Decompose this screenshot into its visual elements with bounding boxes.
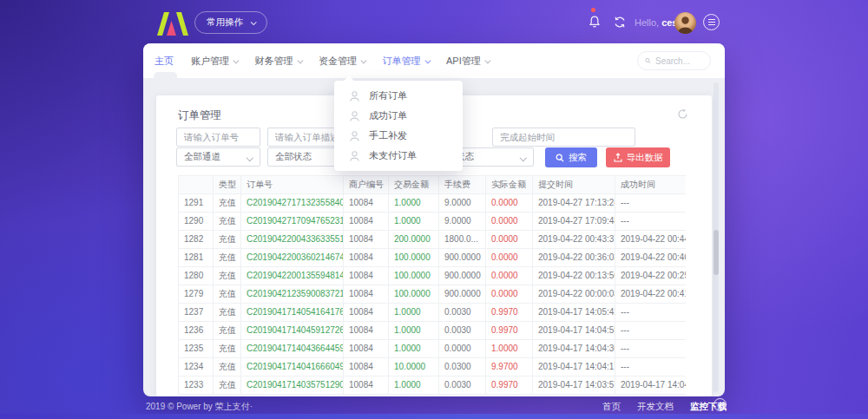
cell-order-number-link[interactable]: C20190427170947652310 [241,213,344,231]
quick-actions-button[interactable]: 常用操作 [194,11,267,34]
cell-order-number-link[interactable]: C20190417140541641763 [241,304,344,322]
nav-item[interactable]: API管理 [446,55,489,68]
cell-order-number-link[interactable]: C20190422004336335519 [241,231,344,249]
cell-amount: 10.0000 [389,358,439,376]
logo-mark-icon [155,11,189,36]
table-row: 1234 充值 C20190417140416660493 10084 10.0… [179,358,687,376]
cell-order-number-link[interactable]: C20190422001355948144 [241,267,344,285]
orders-table: 类型订单号商户编号交易金额手续费实际金额提交时间成功时间 1291 充值 C20… [178,175,686,395]
chevron-down-icon [297,57,302,62]
nav-item-label: 财务管理 [255,55,293,68]
chevron-down-icon [233,57,239,62]
menu-icon[interactable] [703,14,720,30]
column-header: 实际金额 [486,176,533,194]
nav-item[interactable]: 财务管理 [255,55,302,68]
cell-fee: 1800.0... [439,231,486,249]
column-header: 类型 [214,176,241,194]
notification-dot [591,8,595,12]
cell-id: 1237 [179,304,214,322]
cell-merchant: 10084 [344,340,389,358]
order-number-input[interactable] [177,128,260,146]
avatar[interactable] [674,12,696,34]
cell-order-number-link[interactable]: C20190417140416660493 [241,358,344,376]
cell-type: 充值 [214,358,241,376]
search-icon [556,154,564,162]
cell-submit-time: 2019-04-17 14:04:17 [533,358,615,376]
cell-fee: 0.0030 [439,376,486,395]
cell-merchant: 10084 [344,267,389,285]
cell-merchant: 10084 [344,304,389,322]
cell-submit-time: 2019-04-17 14:04:36 [533,340,615,358]
nav-item[interactable]: 账户管理 [191,55,238,68]
cell-success-time: --- [615,213,687,231]
cell-amount: 100.0000 [389,267,439,285]
help-icon[interactable]: ? [713,398,727,411]
cell-order-number-link[interactable]: C20190427171323558404 [241,194,344,213]
app-logo[interactable] [155,11,189,40]
cell-submit-time: 2019-04-22 00:13:56 [533,267,615,285]
cell-order-number-link[interactable]: C20190417140459127268 [241,322,344,340]
cell-id: 1234 [179,358,214,376]
scrollbar-thumb[interactable] [713,230,719,275]
nav-item-label: 订单管理 [383,55,421,68]
chevron-down-icon [361,57,366,62]
cell-amount: 1.0000 [389,340,439,358]
finish-start-time-field [492,128,635,147]
dropdown-item[interactable]: 所有订单 [334,86,463,106]
cell-actual-amount: 0.0000 [486,249,533,267]
copyright-text: 2019 © Power by 荣上支付· [146,401,253,413]
dropdown-item[interactable]: 成功订单 [334,106,463,126]
user-icon [349,90,360,102]
nav-item[interactable]: 资金管理 [319,55,365,68]
order-number-field [176,128,260,147]
table-row: 1237 充值 C20190417140541641763 10084 1.00… [179,304,687,322]
cell-order-number-link[interactable]: C20190417140436644591 [241,340,344,358]
search-icon [645,56,651,65]
table-row: 1291 充值 C20190427171323558404 10084 1.00… [179,194,687,213]
cell-order-number-link[interactable]: C20190421235900837210 [241,285,344,304]
nav-item[interactable]: 订单管理 [383,55,430,68]
channel-select[interactable]: 全部通道 [176,147,260,167]
cell-actual-amount: 0.0000 [486,267,533,285]
cell-success-time: 2019-04-22 00:25:37 [615,267,687,285]
dropdown-item[interactable]: 未支付订单 [334,146,463,166]
cell-merchant: 10084 [344,376,389,395]
footer-link[interactable]: 开发文档 [637,401,674,413]
cell-type: 充值 [214,213,241,231]
cell-fee: 900.0000 [439,249,486,267]
cell-order-number-link[interactable]: C20190422003602146746 [241,249,344,267]
sync-icon[interactable] [613,15,627,33]
column-header: 提交时间 [533,176,615,194]
dropdown-item-label: 未支付订单 [369,149,417,162]
footer-link[interactable]: 首页 [602,401,621,413]
cell-order-number-link[interactable]: C20190417140357512909 [241,376,344,395]
cell-amount: 200.0000 [389,231,439,249]
cell-amount: 100.0000 [389,249,439,267]
column-header: 手续费 [439,176,486,194]
search-input[interactable] [655,56,703,66]
cell-amount: 100.0000 [389,285,439,304]
nav-item[interactable]: 主页 [155,55,174,68]
refresh-icon[interactable] [677,108,688,123]
cell-amount: 1.0000 [389,376,439,395]
search-box[interactable] [637,51,711,70]
dropdown-item[interactable]: 手工补发 [334,126,463,146]
cell-submit-time: 2019-04-17 14:03:57 [533,376,615,395]
cell-type: 充值 [214,285,241,304]
cell-success-time: 2019-04-22 00:44:00 [615,231,687,249]
cell-merchant: 10084 [344,285,389,304]
bell-icon[interactable] [588,15,602,33]
cell-id: 1233 [179,376,214,395]
order-management-dropdown: 所有订单 成功订单 手工补发 未支付订单 [334,81,463,171]
table-row: 1279 充值 C20190421235900837210 10084 100.… [179,285,687,304]
user-icon [349,130,360,142]
search-button[interactable]: 搜索 [545,147,597,167]
cell-amount: 1.0000 [389,194,439,213]
finish-start-time-input[interactable] [493,128,635,146]
table-row: 1282 充值 C20190422004336335519 10084 200.… [179,231,687,249]
table-row: 1290 充值 C20190427170947652310 10084 1.00… [179,213,687,231]
export-button[interactable]: 导出数据 [606,147,670,167]
cell-success-time: 2019-04-22 00:40:07 [615,249,687,267]
column-header: 交易金额 [389,176,439,194]
cell-actual-amount: 1.0000 [486,340,533,358]
